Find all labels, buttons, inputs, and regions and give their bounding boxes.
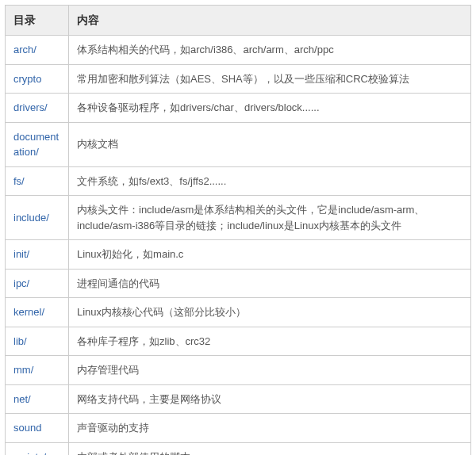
dir-cell: lib/ xyxy=(6,327,69,356)
dir-cell: drivers/ xyxy=(6,94,69,123)
dir-cell: ipc/ xyxy=(6,269,69,298)
table-row: documentation/内核文档 xyxy=(6,122,471,166)
dir-cell: include/ xyxy=(6,196,69,240)
directory-table: 目录 内容 arch/体系结构相关的代码，如arch/i386、arch/arm… xyxy=(5,5,471,455)
content-cell: 各种设备驱动程序，如drivers/char、drivers/block....… xyxy=(69,94,471,123)
content-cell: 进程间通信的代码 xyxy=(69,269,471,298)
dir-cell: crypto xyxy=(6,64,69,94)
dir-cell: scripts/ xyxy=(6,442,69,455)
table-row: kernel/Linux内核核心代码（这部分比较小） xyxy=(6,298,471,327)
content-cell: 网络支持代码，主要是网络协议 xyxy=(69,384,471,414)
content-cell: 体系结构相关的代码，如arch/i386、arch/arm、arch/ppc xyxy=(69,36,471,65)
table-row: scripts/内部或者外部使用的脚本 xyxy=(6,442,471,455)
dir-cell: net/ xyxy=(6,384,69,414)
dir-cell: init/ xyxy=(6,240,69,270)
content-cell: 内存管理代码 xyxy=(69,356,471,385)
table-row: arch/体系结构相关的代码，如arch/i386、arch/arm、arch/… xyxy=(6,36,471,65)
table-row: sound声音驱动的支持 xyxy=(6,414,471,443)
table-row: ipc/进程间通信的代码 xyxy=(6,269,471,298)
dir-cell: arch/ xyxy=(6,36,69,65)
table-row: net/网络支持代码，主要是网络协议 xyxy=(6,384,471,414)
content-cell: 内核头文件：include/asm是体系结构相关的头文件，它是include/a… xyxy=(69,196,471,240)
dir-cell: kernel/ xyxy=(6,298,69,327)
content-cell: 内核文档 xyxy=(69,122,471,166)
table-row: lib/各种库子程序，如zlib、crc32 xyxy=(6,327,471,356)
content-cell: 各种库子程序，如zlib、crc32 xyxy=(69,327,471,356)
table-row: mm/内存管理代码 xyxy=(6,356,471,385)
header-dir: 目录 xyxy=(6,6,69,36)
dir-cell: fs/ xyxy=(6,166,69,196)
dir-cell: documentation/ xyxy=(6,122,69,166)
table-row: crypto常用加密和散列算法（如AES、SHA等），以及一些压缩和CRC校验算… xyxy=(6,64,471,94)
content-cell: 文件系统，如fs/ext3、fs/jffs2...... xyxy=(69,166,471,196)
dir-cell: sound xyxy=(6,414,69,443)
table-row: init/Linux初始化，如main.c xyxy=(6,240,471,270)
dir-cell: mm/ xyxy=(6,356,69,385)
content-cell: 声音驱动的支持 xyxy=(69,414,471,443)
table-row: include/内核头文件：include/asm是体系结构相关的头文件，它是i… xyxy=(6,196,471,240)
content-cell: Linux内核核心代码（这部分比较小） xyxy=(69,298,471,327)
content-cell: Linux初始化，如main.c xyxy=(69,240,471,270)
content-cell: 内部或者外部使用的脚本 xyxy=(69,442,471,455)
content-cell: 常用加密和散列算法（如AES、SHA等），以及一些压缩和CRC校验算法 xyxy=(69,64,471,94)
header-row: 目录 内容 xyxy=(6,6,471,36)
table-row: fs/文件系统，如fs/ext3、fs/jffs2...... xyxy=(6,166,471,196)
header-content: 内容 xyxy=(69,6,471,36)
table-row: drivers/各种设备驱动程序，如drivers/char、drivers/b… xyxy=(6,94,471,123)
